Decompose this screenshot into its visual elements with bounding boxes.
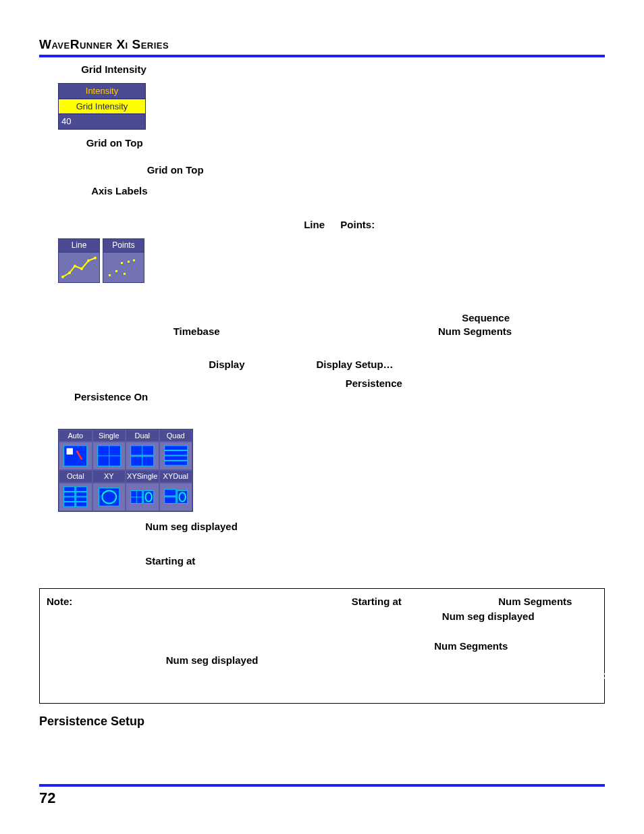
svg-point-5 <box>94 257 97 259</box>
svg-rect-28 <box>64 497 75 502</box>
line-mode-button[interactable]: Line <box>58 238 100 282</box>
layout-quad-label: Quad <box>159 429 193 442</box>
sequence-steps: xxxxxxxxxxxxxxxxxxxxxxxxxxxxxxxxxxxxxxxx… <box>72 311 605 423</box>
svg-rect-24 <box>64 487 75 492</box>
points-mode-label: Points <box>103 239 144 252</box>
svg-rect-23 <box>164 461 187 466</box>
intensity-widget-label: Grid Intensity <box>59 99 145 115</box>
line-points-widget: Line Points <box>58 238 605 282</box>
svg-rect-29 <box>76 497 87 502</box>
intensity-widget-title: Intensity <box>59 84 145 99</box>
svg-rect-22 <box>164 456 187 461</box>
layout-dual-button[interactable] <box>126 442 159 470</box>
svg-rect-7 <box>115 270 117 272</box>
points-label: Points: <box>340 219 375 230</box>
svg-rect-6 <box>109 274 111 276</box>
svg-rect-21 <box>164 451 187 456</box>
display-layout-widget: Auto Single Dual Quad Octal XY XYSingle … <box>58 429 193 513</box>
layout-xysingle-label: XYSingle <box>126 470 159 483</box>
layout-octal-button[interactable] <box>59 483 92 511</box>
num-segments-label: Num Segments <box>438 325 512 337</box>
points-mode-icon <box>103 253 144 282</box>
svg-rect-25 <box>76 487 87 492</box>
layout-auto-label: Auto <box>59 429 92 442</box>
display-setup-label: Display Setup… <box>316 359 393 370</box>
page-header: WaveRunner Xi Series <box>39 37 605 57</box>
layout-octal-label: Octal <box>59 470 92 483</box>
svg-rect-39 <box>164 490 176 496</box>
note-seg-displayed: seg displayed <box>191 654 258 666</box>
svg-rect-13 <box>67 448 73 454</box>
layout-xydual-button[interactable] <box>159 483 193 511</box>
note-label: Note: <box>47 596 72 607</box>
note-num-segments: Num Segments <box>498 596 572 607</box>
grid-on-top-label: Grid on Top <box>86 137 143 149</box>
svg-rect-20 <box>164 446 187 450</box>
svg-point-0 <box>61 276 64 278</box>
layout-dual-label: Dual <box>126 429 159 442</box>
timebase-label: Timebase <box>173 325 220 337</box>
page-number: 72 <box>39 784 605 807</box>
svg-rect-8 <box>121 262 123 264</box>
svg-rect-9 <box>128 261 130 263</box>
note-num: Num <box>166 654 188 666</box>
svg-point-3 <box>80 267 83 270</box>
svg-rect-10 <box>133 259 135 261</box>
layout-single-button[interactable] <box>92 442 126 470</box>
svg-point-1 <box>68 271 71 274</box>
line-mode-icon <box>59 253 99 282</box>
content-body: xxxx Grid Intensity xxxxxxxxxxxxxxxxxxxx… <box>39 63 605 834</box>
svg-rect-26 <box>64 492 75 497</box>
persistence-label: Persistence <box>346 377 402 389</box>
svg-rect-30 <box>64 502 75 507</box>
svg-rect-11 <box>124 273 126 275</box>
layout-auto-button[interactable] <box>59 442 92 470</box>
layout-xy-label: XY <box>92 470 126 483</box>
persistence-setup-heading: Persistence Setup <box>39 713 605 729</box>
grid-on-top-inline: Grid on Top <box>147 164 204 176</box>
note-num-seg-displayed: Num seg displayed <box>442 610 535 622</box>
svg-rect-27 <box>76 492 87 497</box>
layout-quad-button[interactable] <box>159 442 193 470</box>
note-starting-at: Starting at <box>352 596 402 607</box>
layout-xy-button[interactable] <box>92 483 126 511</box>
persistence-on-label: Persistence On <box>74 391 148 402</box>
layout-xysingle-button[interactable] <box>126 483 159 511</box>
note-num-segments2: Num Segments <box>434 640 508 652</box>
svg-rect-31 <box>76 502 87 507</box>
starting-at-label: Starting at <box>145 555 195 567</box>
num-seg-displayed-label: Num seg displayed <box>145 521 238 532</box>
grid-intensity-label: Grid Intensity <box>81 63 146 75</box>
intensity-widget[interactable]: Intensity Grid Intensity 40 <box>58 83 146 130</box>
intensity-widget-value[interactable]: 40 <box>59 114 145 129</box>
sequence-label: Sequence <box>462 312 510 323</box>
axis-labels-label: Axis Labels <box>91 185 147 197</box>
svg-point-4 <box>87 259 90 262</box>
line-label: Line <box>304 219 325 230</box>
line-mode-label: Line <box>59 239 99 252</box>
note-box: Note: xxxxxxxxxxxxxxxxxxxxxxxxxxxxxxxxxx… <box>39 588 605 703</box>
layout-single-label: Single <box>92 429 126 442</box>
layout-xydual-label: XYDual <box>159 470 193 483</box>
svg-point-2 <box>74 265 76 267</box>
points-mode-button[interactable]: Points <box>103 238 144 282</box>
display-label: Display <box>209 359 244 370</box>
svg-rect-40 <box>164 497 176 503</box>
